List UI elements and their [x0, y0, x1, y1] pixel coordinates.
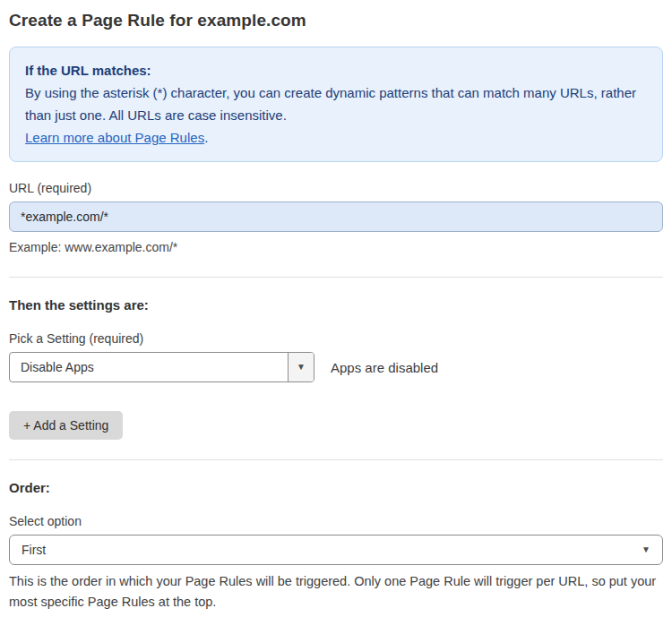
- setting-dropdown-value[interactable]: Disable Apps: [10, 353, 288, 381]
- url-field-helper: Example: www.example.com/*: [9, 238, 663, 257]
- url-match-info-box: If the URL matches: By using the asteris…: [9, 47, 663, 162]
- url-field-label: URL (required): [9, 181, 663, 195]
- order-helper-text: This is the order in which your Page Rul…: [9, 571, 663, 613]
- settings-section-heading: Then the settings are:: [9, 297, 663, 313]
- order-select-label: Select option: [9, 514, 663, 528]
- info-box-body-text: By using the asterisk (*) character, you…: [25, 85, 636, 123]
- url-input[interactable]: [9, 201, 663, 232]
- link-suffix: .: [204, 130, 208, 145]
- caret-down-icon: ▼: [297, 363, 306, 372]
- divider: [9, 459, 663, 460]
- setting-dropdown[interactable]: Disable Apps ▼: [9, 352, 314, 382]
- learn-more-link[interactable]: Learn more about Page Rules: [25, 130, 204, 145]
- info-box-body: By using the asterisk (*) character, you…: [25, 81, 647, 149]
- pick-setting-label: Pick a Setting (required): [9, 331, 663, 346]
- setting-status-text: Apps are disabled: [331, 360, 438, 375]
- divider: [9, 277, 663, 278]
- page-title: Create a Page Rule for example.com: [9, 11, 663, 30]
- setting-row: Disable Apps ▼ Apps are disabled: [9, 352, 663, 382]
- add-setting-button[interactable]: + Add a Setting: [9, 411, 123, 440]
- order-section-heading: Order:: [9, 480, 663, 495]
- setting-dropdown-toggle-button[interactable]: ▼: [288, 353, 314, 381]
- order-select[interactable]: First ▼: [9, 535, 663, 565]
- caret-down-icon: ▼: [642, 545, 650, 554]
- info-box-heading: If the URL matches:: [25, 59, 647, 81]
- order-select-value: First: [22, 543, 46, 557]
